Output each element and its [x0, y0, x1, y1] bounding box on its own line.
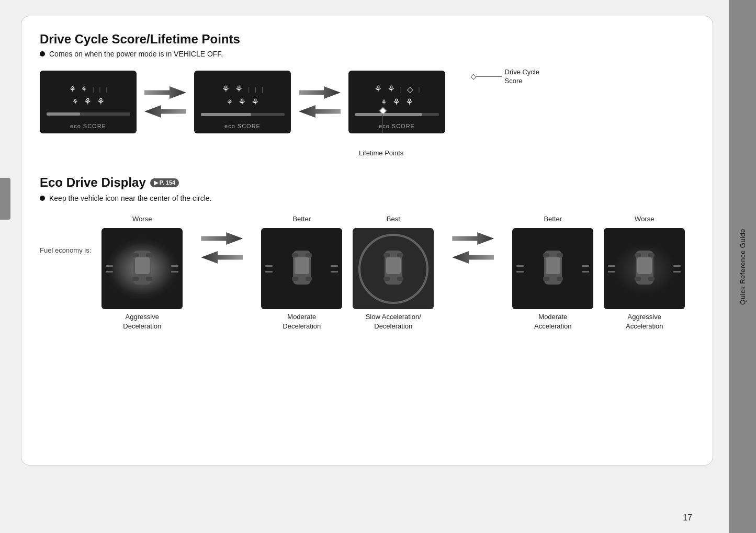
dash-seg	[106, 271, 113, 273]
eco-bar-fill	[355, 113, 422, 116]
dash-icon: |	[106, 86, 107, 93]
arrow-right-eco-1	[201, 231, 243, 246]
section2: Eco Drive Display ▶ P. 154 Keep the vehi…	[40, 175, 694, 331]
arrow-left-2	[299, 104, 341, 119]
svg-rect-26	[635, 277, 641, 281]
svg-rect-9	[306, 277, 312, 281]
fuel-item-2: Better	[261, 215, 342, 331]
arrows-2	[299, 85, 341, 119]
leaf-icon: ⚘	[235, 84, 243, 95]
arrow-left-1	[144, 104, 186, 119]
dash-lines-left	[106, 265, 113, 273]
dash-icon: |	[262, 86, 263, 93]
dash-seg	[106, 265, 113, 267]
fuel-item-3: Best	[353, 215, 434, 331]
dash-seg	[171, 271, 178, 273]
dash-lines-right-4	[673, 265, 681, 273]
svg-rect-23	[557, 253, 563, 257]
svg-rect-22	[543, 253, 549, 257]
caption-1: Aggressive Deceleration	[123, 312, 161, 331]
section-spacer	[40, 165, 694, 175]
section1-title: Drive Cycle Score/Lifetime Points	[40, 32, 694, 47]
svg-rect-2	[132, 277, 139, 281]
caption-3: Slow Acceleration/ Deceleration	[366, 312, 421, 331]
leaf-icon: ⚘	[69, 85, 76, 94]
car-display-3	[353, 228, 434, 309]
fuel-label-best: Best	[387, 215, 400, 223]
car-display-2	[261, 228, 342, 309]
arrows-eco-1	[201, 231, 243, 265]
eco-bar-fill	[47, 112, 80, 116]
svg-rect-3	[146, 277, 152, 281]
leaf-icon: ⚘	[97, 96, 105, 107]
eco-icons-row-6: ⚘ ⚘ ⚘	[377, 97, 418, 108]
dash-seg	[673, 265, 681, 267]
eco-display-1: ⚘ ⚘ | | | ⚘ ⚘ ⚘	[40, 71, 137, 133]
svg-rect-15	[397, 277, 403, 281]
dash-seg	[608, 265, 615, 267]
eco-display-label-3: eco SCORE	[379, 123, 415, 129]
sidebar-label: Quick Reference Guide	[739, 229, 747, 305]
caption-2: Moderate Deceleration	[283, 312, 321, 331]
fuel-label-better-1: Better	[292, 215, 311, 223]
car-display-4	[512, 228, 593, 309]
fuel-label-better-2: Better	[544, 215, 562, 223]
svg-rect-16	[383, 253, 390, 257]
leaf-icon: ◇	[407, 85, 413, 94]
leaf-icon: ⚘	[227, 98, 233, 106]
car-svg-4	[540, 248, 566, 290]
eco-icons-row-1: ⚘ ⚘ | | |	[65, 85, 112, 94]
svg-rect-4	[132, 253, 139, 257]
dash-seg	[516, 265, 524, 267]
dash-lines-left-2	[265, 265, 273, 273]
car-svg-5	[631, 248, 658, 290]
dash-seg	[265, 265, 273, 267]
main-content: Drive Cycle Score/Lifetime Points Comes …	[0, 0, 729, 533]
leaf-icon: ⚘	[222, 84, 230, 95]
dash-seg	[171, 265, 178, 267]
fuel-item-1: Worse	[101, 215, 183, 331]
svg-rect-19	[546, 257, 560, 274]
dash-seg	[608, 271, 615, 273]
bullet-dot	[40, 51, 45, 56]
eco-icons-row-3: ⚘ ⚘ | | |	[218, 84, 267, 95]
lifetime-points-label: Lifetime Points	[359, 149, 403, 157]
eco-bar-1	[47, 112, 130, 116]
svg-rect-10	[292, 253, 298, 257]
fuel-label-worse-1: Worse	[132, 215, 152, 223]
fuel-item-4: Better	[512, 215, 593, 331]
dash-lines-right	[171, 265, 178, 273]
car-svg-3	[380, 248, 407, 290]
bullet-dot-2	[40, 196, 45, 201]
dash-seg	[582, 265, 589, 267]
svg-rect-14	[383, 277, 390, 281]
leaf-icon: ⚘	[387, 84, 395, 95]
diamond-marker	[470, 74, 476, 80]
svg-rect-11	[306, 253, 312, 257]
arrow-right-2	[299, 85, 341, 100]
section1-bullet: Comes on when the power mode is in VEHIC…	[40, 50, 694, 58]
dash-lines-left-3	[516, 265, 524, 273]
svg-rect-25	[637, 257, 652, 274]
svg-rect-29	[648, 253, 655, 257]
bar-with-pointer	[355, 110, 439, 116]
right-sidebar: Quick Reference Guide	[729, 0, 756, 533]
svg-rect-27	[648, 277, 655, 281]
svg-rect-8	[292, 277, 298, 281]
fuel-economy-row: Fuel economy is: Worse	[40, 215, 694, 331]
connector-line	[476, 76, 502, 77]
dash-lines-right-3	[582, 265, 589, 273]
caption-5: Aggressive Acceleration	[626, 312, 663, 331]
page-ref-badge: ▶ P. 154	[150, 178, 179, 187]
display3-container: ⚘ ⚘ | ◇ | ⚘ ⚘ ⚘	[348, 71, 445, 133]
eco-bar-2	[201, 113, 285, 116]
dash-seg	[331, 265, 338, 267]
dash-icon: |	[400, 86, 402, 93]
caption-4: Moderate Acceleration	[534, 312, 572, 331]
leaf-icon: ⚘	[405, 97, 413, 108]
leaf-icon: ⚘	[392, 97, 400, 108]
eco-icons-row-2: ⚘ ⚘ ⚘	[68, 96, 109, 107]
left-tab	[0, 178, 10, 220]
arrow-right-eco-2	[452, 231, 494, 246]
page-wrapper: Drive Cycle Score/Lifetime Points Comes …	[0, 0, 756, 533]
